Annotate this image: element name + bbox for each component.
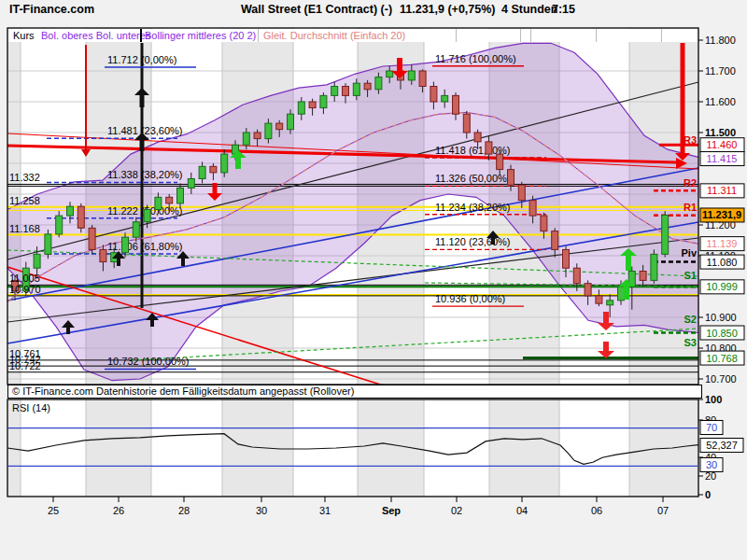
candle <box>573 268 580 284</box>
fib-label: 11.338 (38,20%) <box>107 169 183 180</box>
price-box-label: 10.999 <box>706 281 738 292</box>
pivot-label: Piv <box>681 247 697 259</box>
x-axis-tick: 04 <box>516 505 528 516</box>
candle <box>497 154 503 170</box>
last-price: 11.231,9 (+0,75%) <box>400 3 496 18</box>
y-axis-tick: 11.600 <box>705 96 736 107</box>
legend-divider <box>258 29 259 42</box>
y-axis-tick: 11.500 <box>705 127 736 138</box>
timeframe: 4 Stunden <box>501 3 557 18</box>
y-axis-tick: 11.800 <box>705 35 736 46</box>
candle <box>45 234 51 254</box>
candle <box>331 87 338 96</box>
candle <box>288 114 294 130</box>
candle <box>100 249 106 261</box>
legend-bollinger-mid[interactable]: Bollinger mittleres (20 2) <box>145 29 256 42</box>
x-axis-tick: 25 <box>48 505 59 516</box>
legend-divider <box>140 29 142 42</box>
candle <box>651 254 657 280</box>
left-price-label: 11.332 <box>9 172 40 183</box>
candle <box>221 154 228 173</box>
y-axis-tick: 10.700 <box>705 373 737 385</box>
day-stripe <box>489 399 559 497</box>
chart-window: 11.712 (0,00%)11.481 (23,60%)11.338 (38,… <box>0 0 747 560</box>
candle <box>199 166 205 178</box>
candle <box>375 77 382 90</box>
legend-kurs[interactable]: Kurs <box>13 29 35 42</box>
footer-note: © IT-Finance.com Datenhistorie dem Fälli… <box>7 385 702 399</box>
candle <box>34 254 40 268</box>
left-price-label: 10.970 <box>9 284 41 295</box>
clock: 7:15 <box>552 3 575 18</box>
candle <box>640 272 646 281</box>
rsi-label: RSI (14) <box>12 402 50 413</box>
y-axis-tick: 11.700 <box>705 65 736 77</box>
candle <box>343 87 349 96</box>
candle <box>453 95 459 114</box>
pivot-label: R3 <box>684 134 697 146</box>
legend-bollinger-bands[interactable]: Bol. oberes Bol. unteres <box>41 29 150 42</box>
day-stripe <box>86 399 151 497</box>
price-box-label: 11.080 <box>707 257 738 268</box>
price-chart-svg[interactable]: 11.712 (0,00%)11.481 (23,60%)11.338 (38,… <box>0 0 747 560</box>
fib-label: 10.936 (0,00%) <box>435 293 505 304</box>
fib-label: 11.326 (50,00%) <box>435 173 511 184</box>
candle <box>254 133 261 139</box>
fib-label: 11.716 (100,00%) <box>435 53 516 64</box>
left-price-label: 11.005 <box>9 273 40 284</box>
left-price-label: 10.722 <box>9 360 41 371</box>
candle <box>518 185 525 201</box>
fib-label: 10.732 (100,00%) <box>107 356 189 367</box>
candle <box>188 179 194 189</box>
candle <box>474 133 481 142</box>
pivot-label: S3 <box>684 337 697 348</box>
pivot-label: S2 <box>684 314 697 325</box>
candle <box>276 123 283 130</box>
legend-divider <box>530 29 531 42</box>
candle <box>408 71 415 80</box>
candle <box>541 216 547 231</box>
candle <box>463 114 470 133</box>
price-box-label: 11.460 <box>707 139 738 150</box>
rsi-axis-tick: 0 <box>705 489 711 500</box>
y-axis-tick: 10.900 <box>705 312 737 323</box>
candle <box>552 231 558 250</box>
candle <box>155 197 162 209</box>
candle <box>618 287 625 301</box>
fib-label: 11.106 (61,80%) <box>107 241 183 252</box>
candle <box>166 197 173 203</box>
x-axis-tick: 30 <box>256 505 267 516</box>
rsi-axis-tick: 100 <box>705 394 722 405</box>
candle <box>419 71 426 87</box>
candle <box>177 188 184 203</box>
candle <box>122 237 129 253</box>
rsi-box-label: 70 <box>706 422 717 433</box>
candle <box>144 210 150 222</box>
x-axis-tick: 28 <box>178 505 190 516</box>
x-axis-tick: 31 <box>319 505 331 516</box>
brand: IT-Finance.com <box>9 3 94 18</box>
left-price-label: 11.168 <box>9 223 40 234</box>
legend-divider <box>661 29 662 42</box>
candle <box>563 249 570 268</box>
x-axis-tick: 06 <box>591 505 602 516</box>
candle <box>508 170 514 186</box>
price-box-label: 11.415 <box>707 153 738 164</box>
x-axis-tick: 26 <box>113 505 124 516</box>
candle <box>243 133 249 145</box>
fib-label: 11.712 (0,00%) <box>107 54 176 65</box>
candle <box>442 95 448 102</box>
candle <box>486 142 492 154</box>
fib-label: 11.481 (23,60%) <box>107 125 183 136</box>
rsi-box-label: 52,327 <box>706 440 738 451</box>
instrument-title: Wall Street (E1 Contract) (-) <box>241 3 392 18</box>
candle <box>364 83 371 90</box>
candle <box>430 87 437 103</box>
legend-ma[interactable]: Gleit. Durchschnitt (Einfach 20) <box>263 29 405 42</box>
candle <box>265 123 272 139</box>
rsi-box-label: 30 <box>706 459 717 470</box>
candle <box>320 95 327 107</box>
x-axis-tick: 02 <box>451 505 462 516</box>
candle <box>596 296 602 303</box>
legend-divider <box>520 29 521 42</box>
